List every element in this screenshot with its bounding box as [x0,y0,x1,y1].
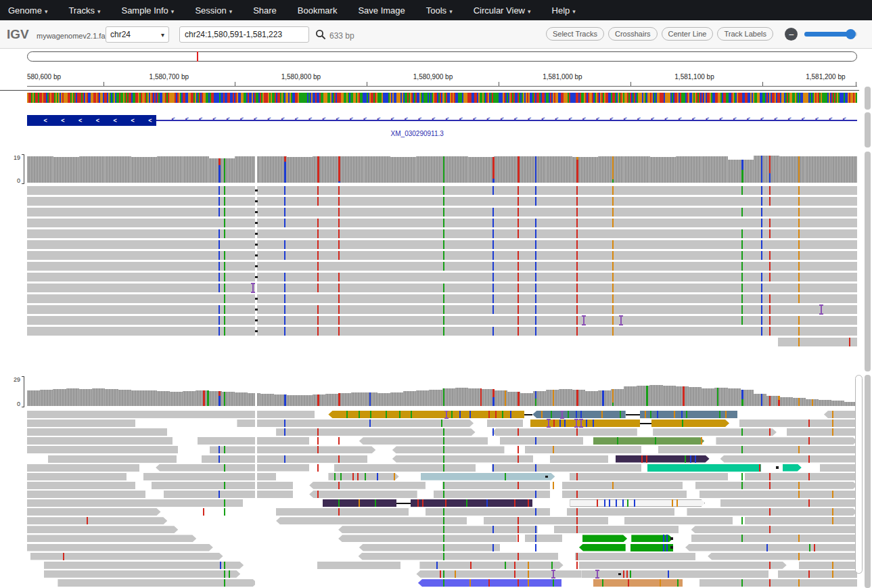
read-segment[interactable] [48,455,177,463]
read-segment[interactable] [27,186,857,195]
zoom-out-button[interactable]: − [785,28,798,41]
read-segment[interactable] [27,273,857,281]
read-segment[interactable] [550,455,608,463]
read-segment[interactable] [567,508,675,516]
read-segment[interactable] [500,437,583,445]
read-segment[interactable] [593,437,704,445]
read-segment[interactable] [392,446,505,453]
chromosome-select[interactable]: chr24 ▾ [106,26,169,43]
read-segment[interactable] [685,544,857,551]
read-segment[interactable] [492,464,641,472]
read-segment[interactable] [824,411,857,418]
read-segment[interactable] [58,579,256,587]
read-segment[interactable] [210,446,375,453]
read-segment[interactable] [276,517,467,524]
center-line-button[interactable]: Center Line [662,27,714,41]
read-segment[interactable] [720,455,857,463]
read-segment[interactable] [739,420,857,427]
read-segment[interactable] [27,428,167,436]
alignment2-coverage-track[interactable]: 290 [27,378,857,406]
search-icon[interactable] [315,29,326,40]
read-segment[interactable] [745,473,857,480]
read-segment[interactable] [334,464,476,472]
locus-input[interactable]: chr24:1,580,591-1,581,223 [179,26,309,43]
read-segment[interactable] [309,491,417,498]
read-segment[interactable] [434,491,550,498]
read-segment[interactable] [579,562,787,569]
read-segment[interactable] [579,544,626,551]
read-segment[interactable] [27,197,857,206]
read-segment[interactable] [624,517,733,524]
scrollbar-thumb[interactable] [865,375,871,588]
crosshairs-button[interactable]: Crosshairs [608,27,658,41]
read-segment[interactable] [745,517,857,524]
read-segment[interactable] [695,482,857,489]
read-segment[interactable] [27,446,178,453]
read-segment[interactable] [27,316,857,325]
read-segment[interactable] [30,553,223,560]
read-segment[interactable] [359,544,501,551]
read-segment[interactable] [691,526,857,533]
read-segment[interactable] [532,411,625,418]
read-segment[interactable] [27,473,127,480]
read-segment[interactable] [27,491,145,498]
read-segment[interactable] [699,579,857,587]
read-segment[interactable] [416,570,581,578]
read-segment[interactable] [442,482,551,489]
scrollbar-thumb[interactable] [865,87,871,110]
read-segment[interactable] [492,428,637,436]
read-segment[interactable] [691,535,857,542]
read-segment[interactable] [27,327,857,336]
menu-item-share[interactable]: Share [253,5,277,16]
read-segment[interactable] [484,517,608,524]
read-segment[interactable] [27,508,161,516]
read-segment[interactable] [421,473,555,480]
read-segment[interactable] [359,553,559,560]
read-segment[interactable] [647,464,761,472]
chromosome-ideogram[interactable] [27,51,857,62]
alignment2-reads-track[interactable] [27,411,857,588]
read-segment[interactable] [392,455,534,463]
read-segment[interactable] [640,411,738,418]
read-segment[interactable] [27,219,857,227]
read-segment[interactable] [27,517,167,524]
read-segment[interactable] [820,464,857,472]
read-segment[interactable] [27,420,135,427]
read-segment[interactable] [658,446,857,453]
read-segment[interactable] [317,562,400,569]
read-segment[interactable] [27,482,135,489]
read-segment[interactable] [708,553,857,560]
menu-item-save-image[interactable]: Save Image [358,5,405,16]
read-segment[interactable] [27,499,243,507]
read-segment[interactable] [419,562,563,569]
menu-item-sample-info[interactable]: Sample Info▾ [121,5,174,16]
menu-item-help[interactable]: Help▾ [552,5,576,16]
read-segment[interactable] [152,482,293,489]
read-segment[interactable] [582,570,768,578]
zoom-slider-thumb[interactable] [846,29,856,39]
read-segment[interactable] [27,294,857,303]
alignment1-reads-track[interactable] [27,186,857,348]
sequence-track[interactable] [27,93,857,103]
menu-item-circular-view[interactable]: Circular View▾ [474,5,531,16]
read-segment[interactable] [44,570,241,578]
read-segment[interactable] [525,446,641,453]
read-segment[interactable] [778,338,857,346]
menu-item-tools[interactable]: Tools▾ [426,5,453,16]
read-segment[interactable] [359,437,488,445]
read-segment[interactable] [156,464,309,472]
zoom-slider[interactable] [804,32,857,37]
read-segment[interactable] [787,428,857,436]
menu-item-genome[interactable]: Genome▾ [8,5,47,16]
genome-ruler[interactable]: 580,600 bp1,580,700 bp1,580,800 bp1,580,… [27,73,857,88]
read-segment[interactable] [44,562,244,569]
read-segment[interactable] [575,553,695,560]
read-segment[interactable] [593,579,683,587]
read-segment[interactable] [276,428,475,436]
read-segment[interactable] [783,464,802,472]
read-segment[interactable] [554,526,679,533]
select-tracks-button[interactable]: Select Tracks [546,27,604,41]
read-segment[interactable] [582,535,627,542]
read-segment[interactable] [338,535,517,542]
read-segment[interactable] [562,491,687,498]
